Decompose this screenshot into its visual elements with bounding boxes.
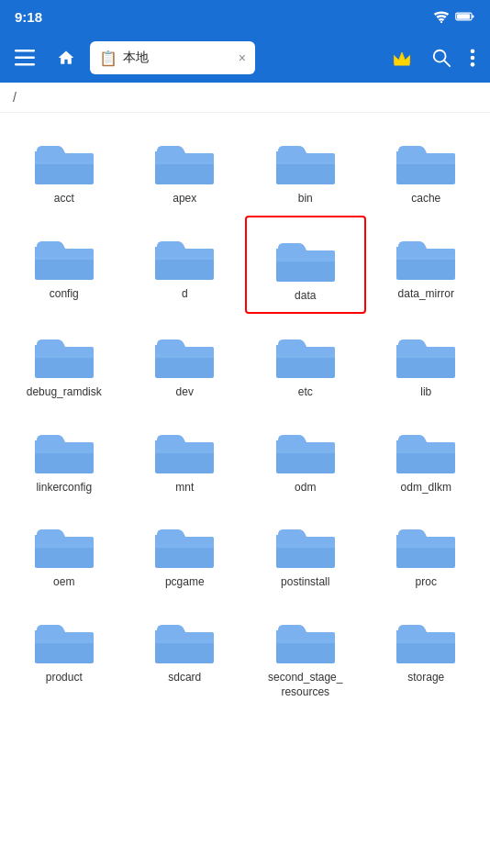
svg-rect-6 <box>15 63 35 66</box>
svg-rect-25 <box>396 354 455 358</box>
svg-rect-15 <box>155 161 214 164</box>
folder-item-pcgame[interactable]: pcgame <box>125 504 246 599</box>
folder-icon <box>393 327 459 382</box>
svg-rect-23 <box>155 354 214 358</box>
svg-rect-22 <box>35 354 94 358</box>
tab-close-button[interactable]: × <box>239 50 246 65</box>
folder-item-acct[interactable]: acct <box>4 120 125 216</box>
crown-icon <box>391 49 413 67</box>
folder-icon <box>273 612 339 667</box>
search-button[interactable] <box>424 40 459 75</box>
more-button[interactable] <box>462 40 483 75</box>
folder-label: debug_ramdisk <box>27 385 102 400</box>
folder-icon <box>151 612 217 667</box>
folder-item-data_mirror[interactable]: data_mirror <box>366 216 487 315</box>
folder-item-etc[interactable]: etc <box>245 314 366 409</box>
folder-icon <box>273 230 339 285</box>
folder-item-bin[interactable]: bin <box>245 120 366 216</box>
folder-label: proc <box>416 575 437 590</box>
folder-icon <box>393 612 459 667</box>
folder-icon <box>151 422 217 477</box>
svg-rect-14 <box>35 161 94 164</box>
folder-icon <box>393 228 459 284</box>
folder-item-postinstall[interactable]: postinstall <box>245 504 366 599</box>
folder-icon <box>151 133 217 188</box>
folder-label: data <box>295 289 316 304</box>
folder-item-product[interactable]: product <box>4 599 125 708</box>
svg-line-10 <box>444 61 450 66</box>
folder-item-config[interactable]: config <box>4 216 125 315</box>
svg-point-13 <box>471 62 475 67</box>
folder-item-odm[interactable]: odm <box>245 409 366 505</box>
folder-item-sdcard[interactable]: sdcard <box>125 599 246 708</box>
folder-item-d[interactable]: d <box>125 216 246 315</box>
folder-label: bin <box>298 192 313 206</box>
svg-rect-16 <box>276 161 335 164</box>
svg-point-11 <box>471 49 475 53</box>
tab-label: 本地 <box>123 50 233 66</box>
search-icon <box>431 48 451 68</box>
svg-point-12 <box>471 56 475 61</box>
folder-item-lib[interactable]: lib <box>366 314 487 409</box>
svg-rect-31 <box>155 544 214 548</box>
folder-label: pcgame <box>165 575 205 590</box>
folder-label: odm_dlkm <box>401 481 451 495</box>
folder-icon <box>273 327 339 382</box>
status-bar: 9:18 <box>0 0 490 33</box>
tab-icon: 📋 <box>99 50 117 67</box>
folder-item-debug_ramdisk[interactable]: debug_ramdisk <box>4 314 125 409</box>
folder-label: linkerconfig <box>36 481 92 495</box>
folder-label: data_mirror <box>398 287 454 302</box>
svg-rect-5 <box>15 57 35 60</box>
folder-item-apex[interactable]: apex <box>125 120 246 216</box>
svg-rect-19 <box>155 256 214 260</box>
folder-icon <box>151 228 217 284</box>
current-tab[interactable]: 📋 本地 × <box>90 41 255 74</box>
folder-label: odm <box>295 481 316 495</box>
folder-item-oem[interactable]: oem <box>4 504 125 599</box>
svg-rect-24 <box>276 354 335 358</box>
svg-rect-36 <box>276 640 335 643</box>
folder-label: dev <box>176 385 194 400</box>
folder-label: cache <box>411 192 440 206</box>
wifi-icon <box>433 10 450 23</box>
svg-rect-4 <box>15 50 35 52</box>
home-button[interactable] <box>50 41 83 74</box>
svg-rect-18 <box>35 256 94 260</box>
folder-item-odm_dlkm[interactable]: odm_dlkm <box>366 409 487 505</box>
svg-rect-33 <box>396 544 455 548</box>
folder-label: acct <box>54 192 74 206</box>
crown-button[interactable] <box>384 41 420 74</box>
folder-item-second_stage_resources[interactable]: second_stage_ resources <box>245 599 366 708</box>
folder-item-storage[interactable]: storage <box>366 599 487 708</box>
folder-item-data[interactable]: data <box>245 216 366 315</box>
folder-label: mnt <box>175 481 194 495</box>
battery-icon <box>455 11 475 22</box>
folder-icon <box>31 327 97 382</box>
breadcrumb: / <box>0 83 490 113</box>
folder-item-proc[interactable]: proc <box>366 504 487 599</box>
folder-item-mnt[interactable]: mnt <box>125 409 246 505</box>
svg-marker-7 <box>394 52 409 63</box>
folder-label: storage <box>407 671 444 685</box>
svg-rect-27 <box>155 450 214 453</box>
folder-item-dev[interactable]: dev <box>125 314 246 409</box>
folder-label: lib <box>420 385 431 400</box>
folder-icon <box>273 422 339 477</box>
folder-icon <box>273 133 339 188</box>
folder-icon <box>151 327 217 382</box>
status-icons <box>433 10 475 23</box>
svg-rect-28 <box>276 450 335 453</box>
svg-rect-35 <box>155 640 214 643</box>
status-time: 9:18 <box>15 9 42 25</box>
svg-rect-37 <box>396 640 455 643</box>
folder-label: second_stage_ resources <box>268 671 342 699</box>
folder-label: etc <box>298 385 313 400</box>
svg-rect-21 <box>396 256 455 260</box>
folder-item-linkerconfig[interactable]: linkerconfig <box>4 409 125 505</box>
folder-label: config <box>50 287 79 302</box>
menu-button[interactable] <box>7 42 42 73</box>
folder-item-cache[interactable]: cache <box>366 120 487 216</box>
folder-label: oem <box>53 575 74 590</box>
svg-rect-2 <box>472 15 473 17</box>
